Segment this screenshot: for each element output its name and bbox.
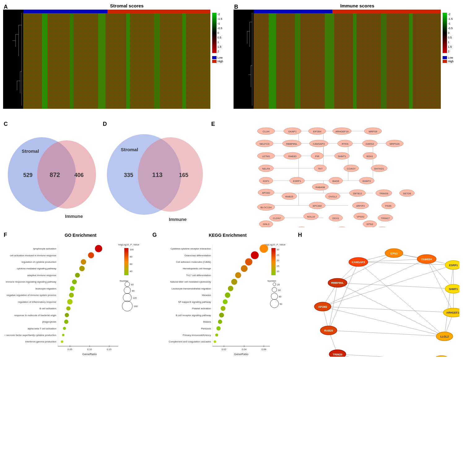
panel-b-label: B bbox=[234, 4, 238, 10]
svg-text:0.05: 0.05 bbox=[68, 348, 72, 351]
svg-point-177 bbox=[125, 282, 130, 287]
svg-text:Number: Number bbox=[267, 280, 276, 282]
svg-text:ARHGEF18: ARHGEF18 bbox=[446, 311, 459, 314]
network-h-edges bbox=[323, 253, 453, 357]
svg-text:RBBP8NL: RBBP8NL bbox=[286, 143, 298, 145]
svg-point-165 bbox=[335, 227, 349, 227]
svg-text:Osteoclast differentiation: Osteoclast differentiation bbox=[184, 254, 211, 257]
legend-b-val-2: -1.5 bbox=[448, 17, 453, 20]
svg-point-275 bbox=[217, 326, 221, 331]
svg-line-287 bbox=[338, 283, 453, 289]
svg-text:ARHGEF16: ARHGEF16 bbox=[335, 130, 349, 133]
legend-a-val-2: -1.5 bbox=[217, 17, 222, 20]
svg-point-253 bbox=[251, 251, 259, 259]
legend-b-val-1: -2 bbox=[448, 13, 453, 16]
svg-point-200 bbox=[81, 259, 86, 265]
svg-text:GNL3: GNL3 bbox=[263, 223, 269, 226]
svg-text:Cytokine-cytokine receptor int: Cytokine-cytokine receptor interaction bbox=[171, 247, 211, 250]
svg-text:0.10: 0.10 bbox=[87, 348, 92, 351]
panel-e-label: E bbox=[211, 121, 215, 127]
venn-c-svg: Stromal Immune 529 872 406 bbox=[5, 128, 98, 227]
legend-a-val-3: -1 bbox=[217, 22, 222, 25]
network-h-nodes: EPN3 FAM83H ESRP1 CAMSAP3 RBBP8NL AP1M2 … bbox=[314, 249, 459, 357]
row-1: A Stromal scores bbox=[3, 3, 461, 118]
svg-point-224 bbox=[61, 341, 63, 343]
legend-a-val-1: -2 bbox=[217, 13, 222, 16]
svg-rect-34 bbox=[269, 13, 276, 109]
svg-text:50: 50 bbox=[279, 303, 282, 306]
svg-text:SETD6: SETD6 bbox=[403, 192, 411, 195]
svg-text:30: 30 bbox=[277, 248, 279, 251]
svg-point-269 bbox=[221, 306, 225, 311]
svg-text:80: 80 bbox=[130, 255, 133, 258]
svg-text:40: 40 bbox=[131, 283, 134, 286]
svg-point-204 bbox=[75, 273, 80, 278]
legend-b-high: High bbox=[443, 60, 461, 63]
legend-a: -2 -1.5 -1 -0.5 0 0.5 1 1.5 2 bbox=[210, 10, 230, 109]
legend-a-high-label: High bbox=[217, 60, 223, 63]
svg-text:DARS2: DARS2 bbox=[366, 143, 374, 145]
svg-point-234 bbox=[272, 287, 277, 292]
svg-text:LLGL2: LLGL2 bbox=[440, 335, 449, 338]
panel-a-title: Stromal scores bbox=[23, 3, 230, 8]
svg-text:RAB3D: RAB3D bbox=[288, 155, 297, 158]
svg-line-305 bbox=[329, 262, 358, 330]
svg-text:Pertussis: Pertussis bbox=[201, 327, 211, 330]
svg-text:SHMT1: SHMT1 bbox=[338, 155, 346, 158]
svg-rect-39 bbox=[409, 13, 413, 109]
svg-text:CLDN7: CLDN7 bbox=[273, 217, 281, 220]
svg-text:MRPS26: MRPS26 bbox=[390, 143, 400, 145]
svg-point-265 bbox=[225, 293, 230, 298]
svg-text:NOL10: NOL10 bbox=[307, 215, 315, 218]
svg-text:ESRP1: ESRP1 bbox=[293, 180, 301, 183]
svg-text:0.02: 0.02 bbox=[221, 348, 226, 351]
svg-point-167 bbox=[375, 227, 390, 227]
legend-a-low: Low bbox=[212, 56, 230, 59]
svg-point-273 bbox=[218, 320, 222, 324]
svg-text:GKAP1: GKAP1 bbox=[288, 130, 297, 133]
heatmap-b-content bbox=[254, 13, 441, 109]
svg-text:160: 160 bbox=[134, 305, 138, 308]
legend-a-val-4: -0.5 bbox=[217, 27, 222, 30]
svg-point-210 bbox=[69, 293, 74, 298]
svg-point-43 bbox=[138, 137, 203, 212]
legend-b-val-4: -0.5 bbox=[448, 27, 453, 30]
svg-text:KDF1: KDF1 bbox=[263, 180, 269, 183]
svg-line-290 bbox=[323, 306, 444, 336]
svg-point-161 bbox=[256, 227, 277, 227]
panel-g-label: G bbox=[152, 232, 157, 238]
svg-text:MRPS9: MRPS9 bbox=[369, 130, 377, 133]
svg-text:negLog10_P_Value: negLog10_P_Value bbox=[265, 243, 286, 246]
venn-c-right-num: 406 bbox=[74, 172, 84, 178]
venn-d-immune-label: Immune bbox=[169, 217, 187, 222]
svg-text:DDX1: DDX1 bbox=[332, 217, 339, 220]
svg-text:20: 20 bbox=[277, 259, 279, 262]
svg-text:Malaria: Malaria bbox=[203, 320, 211, 323]
svg-text:COASY: COASY bbox=[347, 167, 356, 170]
svg-text:TRIM28: TRIM28 bbox=[379, 192, 388, 195]
panel-g: G KEGG Enrichment 30 25 20 15 10 negLog1… bbox=[152, 231, 297, 361]
svg-text:ARFIP2: ARFIP2 bbox=[356, 205, 365, 207]
svg-text:leukocyte migration: leukocyte migration bbox=[36, 287, 56, 290]
panel-b: B Immune scores bbox=[234, 3, 461, 118]
panel-c-label: C bbox=[4, 121, 8, 127]
svg-text:Measles: Measles bbox=[202, 294, 211, 297]
svg-text:TRIM27: TRIM27 bbox=[381, 217, 390, 220]
svg-text:TKT: TKT bbox=[318, 167, 322, 170]
venn-d-svg: Stromal Immune 335 113 165 bbox=[104, 128, 206, 227]
svg-text:10: 10 bbox=[277, 270, 279, 273]
svg-text:SHMT1: SHMT1 bbox=[449, 288, 458, 291]
svg-text:0.06: 0.06 bbox=[261, 348, 266, 351]
svg-point-236 bbox=[271, 293, 278, 300]
network-h-svg: EPN3 FAM83H ESRP1 CAMSAP3 RBBP8NL AP1M2 … bbox=[299, 233, 459, 357]
row-2: C Stromal Immune 529 872 406 D bbox=[3, 120, 461, 229]
svg-text:0.15: 0.15 bbox=[107, 348, 112, 351]
svg-point-257 bbox=[241, 265, 247, 272]
svg-point-216 bbox=[65, 313, 69, 317]
venn-d-left-num: 335 bbox=[124, 172, 133, 178]
svg-text:NELFCD: NELFCD bbox=[260, 143, 269, 145]
svg-text:60: 60 bbox=[130, 263, 133, 266]
svg-text:FN3K: FN3K bbox=[385, 205, 392, 207]
panel-d-label: D bbox=[103, 121, 107, 127]
svg-point-218 bbox=[64, 320, 68, 324]
